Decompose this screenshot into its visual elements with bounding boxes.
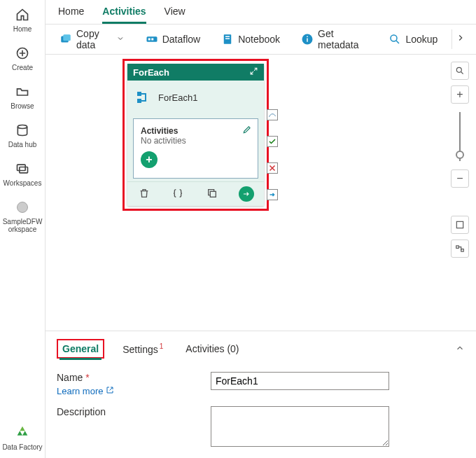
rail-data-factory[interactable]: Data Factory [1, 425, 43, 451]
workspace-icon [15, 200, 30, 215]
foreach-node-name: ForEach1 [158, 92, 197, 103]
notebook-button[interactable]: Notebook [214, 29, 287, 50]
svg-point-1 [18, 125, 27, 129]
no-activities-text: No activities [141, 136, 251, 146]
rail-workspaces[interactable]: Workspaces [4, 161, 42, 187]
svg-rect-15 [307, 36, 308, 38]
port-fail[interactable] [267, 162, 278, 174]
lookup-label: Lookup [405, 34, 438, 45]
home-icon [15, 7, 30, 22]
activities-toolbar: Copy data Dataflow Notebook [46, 24, 476, 55]
notebook-icon [221, 33, 234, 46]
add-activity-button[interactable]: + [141, 151, 158, 168]
svg-rect-22 [456, 246, 459, 249]
get-metadata-button[interactable]: Get metadata [294, 24, 374, 55]
canvas-tools: + − [451, 62, 469, 258]
prop-tab-settings[interactable]: Settings1 [118, 340, 167, 358]
toolbar-more-button[interactable] [451, 29, 469, 49]
zoom-out-button[interactable]: − [451, 169, 469, 188]
svg-rect-17 [137, 92, 141, 96]
svg-rect-12 [225, 39, 230, 40]
workspaces-icon [15, 161, 30, 176]
zoom-slider-track[interactable] [459, 112, 461, 161]
learn-more-link[interactable]: Learn more [57, 386, 114, 396]
foreach-loop-icon [134, 89, 151, 106]
settings-error-badge: 1 [160, 342, 164, 350]
rail-home[interactable]: Home [13, 7, 32, 33]
rail-sample-label: SampleDFWorkspace [1, 218, 43, 233]
zoom-slider-handle[interactable] [456, 151, 464, 159]
rail-datahub[interactable]: Data hub [8, 123, 37, 148]
rail-product-label: Data Factory [1, 443, 43, 451]
rail-workspaces-label: Workspaces [4, 179, 42, 187]
rail-sample-workspace[interactable]: SampleDFWorkspace [1, 200, 43, 233]
svg-rect-11 [225, 36, 230, 38]
svg-rect-21 [456, 221, 463, 228]
trash-icon[interactable] [137, 186, 151, 200]
node-port-column [267, 109, 278, 200]
folder-icon [15, 84, 30, 99]
pipeline-canvas[interactable]: ForEach ForEach1 [46, 55, 476, 331]
properties-tabs: General Settings1 Activities (0) [57, 335, 465, 362]
copy-icon[interactable] [205, 186, 219, 200]
chevron-right-icon [456, 33, 465, 46]
foreach-title: ForEach [133, 67, 169, 78]
lookup-button[interactable]: Lookup [382, 29, 444, 50]
braces-icon[interactable] [171, 186, 185, 200]
description-label: Description [57, 406, 106, 417]
description-input[interactable] [211, 406, 389, 447]
external-link-icon [106, 386, 114, 396]
foreach-node[interactable]: ForEach ForEach1 [127, 64, 264, 206]
copy-data-label: Copy data [76, 28, 112, 50]
svg-rect-19 [210, 191, 216, 197]
port-completion[interactable] [267, 189, 278, 200]
zoom-in-button[interactable]: + [451, 85, 469, 104]
info-icon [301, 33, 314, 46]
svg-rect-2 [18, 165, 26, 170]
notebook-label: Notebook [238, 34, 280, 45]
rail-datahub-label: Data hub [8, 141, 37, 148]
name-input[interactable] [211, 372, 389, 390]
foreach-titlebar[interactable]: ForEach [127, 64, 264, 81]
top-tab-view[interactable]: View [164, 6, 186, 24]
name-label: Name [57, 372, 83, 383]
port-success[interactable] [267, 136, 278, 147]
get-metadata-label: Get metadata [318, 28, 368, 50]
port-skip[interactable] [267, 109, 278, 120]
svg-rect-9 [151, 39, 153, 41]
fit-to-screen-button[interactable] [451, 216, 469, 234]
svg-point-20 [456, 67, 461, 72]
copy-data-button[interactable]: Copy data [52, 24, 132, 55]
dataflow-button[interactable]: Dataflow [139, 29, 207, 50]
top-tabs: Home Activities View [46, 0, 476, 24]
rail-browse-label: Browse [10, 102, 34, 110]
canvas-search-button[interactable] [451, 62, 469, 80]
svg-rect-6 [63, 34, 71, 41]
prop-tab-general[interactable]: General [57, 339, 104, 359]
rail-home-label: Home [13, 25, 32, 33]
collapse-panel-button[interactable] [455, 343, 465, 355]
foreach-footer [127, 181, 264, 206]
prop-tab-activities[interactable]: Activities (0) [181, 340, 243, 357]
top-tab-home[interactable]: Home [58, 6, 84, 24]
auto-align-button[interactable] [451, 240, 469, 258]
chevron-down-icon [116, 34, 125, 45]
rail-create[interactable]: Create [12, 46, 33, 71]
svg-point-4 [18, 202, 28, 213]
data-factory-icon [15, 425, 30, 440]
database-icon [15, 123, 30, 138]
plus-circle-icon [15, 46, 30, 61]
svg-rect-3 [20, 167, 28, 173]
properties-panel: General Settings1 Activities (0) Name * … [46, 331, 476, 458]
dataflow-label: Dataflow [162, 34, 200, 45]
rail-browse[interactable]: Browse [10, 84, 34, 110]
pencil-icon[interactable] [242, 125, 252, 137]
svg-rect-14 [307, 39, 308, 42]
required-indicator: * [85, 372, 89, 383]
top-tab-activities[interactable]: Activities [102, 6, 146, 24]
foreach-activities-panel[interactable]: Activities No activities + [133, 118, 258, 179]
svg-rect-18 [137, 99, 141, 103]
run-icon[interactable] [239, 186, 254, 202]
expand-icon[interactable] [249, 67, 258, 78]
svg-rect-8 [148, 39, 150, 41]
